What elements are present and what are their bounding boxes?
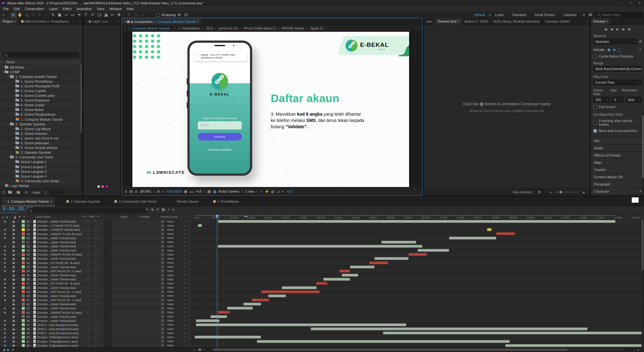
effects-switch-icon[interactable]: ∕ — [92, 315, 100, 318]
layer-name[interactable]: [Corpor...ft Background A.wav] — [37, 340, 85, 343]
label-color-chip[interactable] — [21, 323, 25, 327]
layer-track[interactable] — [192, 244, 644, 248]
timeline-layer-row[interactable]: ◀)›30[Azman ...INSERT PAGE 04.wav]○∕@Non… — [0, 252, 644, 256]
parent-link-dropdown[interactable]: None∨ — [166, 311, 187, 314]
label-color-chip[interactable] — [21, 224, 25, 228]
audio-toggle[interactable]: ◀) — [4, 328, 9, 330]
expand-arrow-icon[interactable]: › — [17, 294, 21, 297]
layer-name[interactable]: [Azman ...odule Tutorial.wav] — [37, 245, 85, 248]
breadcrumb-item[interactable]: SC3 — [206, 26, 213, 30]
timeline-layer-row[interactable]: ◀)›28[Azman ...odule Tutorial.wav]○∕@Non… — [0, 244, 644, 248]
quality-switch-icon[interactable]: ○ — [85, 233, 92, 235]
tab-overflow-chevron[interactable]: » — [584, 19, 590, 23]
layer-track[interactable] — [192, 273, 644, 277]
close-tab-icon[interactable]: × — [86, 20, 87, 23]
expand-arrow-icon[interactable]: › — [17, 245, 21, 248]
layer-name[interactable]: [Corpor...ft Background A.wav] — [37, 335, 85, 339]
breadcrumb-item[interactable]: 1. Pendaftaran — [179, 26, 200, 30]
mode-cell[interactable] — [104, 278, 111, 281]
layer-track[interactable] — [192, 265, 644, 269]
shape-tool[interactable]: ▭ — [69, 12, 76, 18]
fill-swatch[interactable] — [631, 197, 639, 203]
pink-swatch-icon[interactable] — [102, 185, 104, 188]
layer-duration-bar[interactable] — [418, 249, 449, 252]
expand-arrow-icon[interactable]: › — [17, 282, 21, 285]
resolution-dropdown[interactable]: Auto∨ — [626, 97, 641, 102]
timeline-layer-row[interactable]: ›35[Azman ...odule Tutorial.wav]○∕@None∨ — [0, 273, 644, 277]
expand-arrow-icon[interactable]: › — [17, 274, 21, 277]
effects-switch-icon[interactable]: ∕ — [92, 241, 100, 244]
timeline-scrollbar[interactable] — [641, 219, 644, 348]
parent-link-dropdown[interactable]: None∨ — [166, 335, 187, 339]
label-color-chip[interactable] — [21, 302, 25, 306]
quality-switch-icon[interactable]: ○ — [85, 332, 92, 334]
parent-pickwhip-icon[interactable]: @ — [161, 257, 164, 260]
audio-toggle[interactable]: ◀) — [4, 307, 9, 310]
project-tree-item[interactable]: Logo Ebekal — [0, 183, 80, 188]
transport-button[interactable]: ▶ — [617, 28, 619, 31]
lock-toggle[interactable] — [13, 224, 17, 227]
label-color-chip[interactable] — [21, 286, 25, 289]
parent-pickwhip-icon[interactable]: @ — [161, 249, 164, 252]
layer-track[interactable] — [192, 310, 644, 314]
lock-toggle[interactable] — [13, 253, 17, 256]
layer-duration-bar[interactable] — [218, 245, 422, 248]
twirl-arrow-icon[interactable]: › — [12, 104, 15, 107]
trkmat-column-header[interactable]: T TrkMat — [139, 215, 150, 218]
lock-toggle[interactable] — [13, 332, 17, 334]
parent-pickwhip-icon[interactable]: @ — [161, 332, 164, 335]
layer-duration-bar[interactable] — [243, 303, 261, 305]
snap-feature-icon[interactable]: ⊡ — [183, 12, 189, 18]
layer-name[interactable]: [Azman ...RT PAGE 02 - B.wav] — [37, 282, 85, 285]
layer-name[interactable]: [Azman ...odule Tutorial.wav] — [37, 286, 85, 289]
parent-pickwhip-icon[interactable]: @ — [161, 220, 164, 223]
effects-switch-icon[interactable]: ∕ — [92, 336, 100, 338]
effects-switch-icon[interactable]: ∕ — [92, 224, 100, 227]
effects-switch-icon[interactable]: ∕ — [92, 311, 100, 314]
quality-switch-icon[interactable]: ○ — [85, 323, 92, 326]
tab-effect-controls[interactable]: Effect Controls 1. Pendaftaran — [19, 18, 71, 25]
draft-3d-icon[interactable]: ◈ — [151, 207, 153, 212]
layer-track[interactable] — [192, 344, 644, 348]
layer-name[interactable]: [Azman ...RT PAGE 03 - B.wav] — [37, 261, 85, 265]
timeline-layer-row[interactable]: ◀)›43[Azman ...odule Tutorial.wav]○∕@Non… — [0, 306, 644, 310]
lock-toggle[interactable] — [13, 233, 17, 235]
lock-toggle[interactable] — [13, 274, 17, 277]
layer-name[interactable]: [Azman ...odule Tutorial.wav] — [37, 315, 85, 318]
timeline-layer-row[interactable]: ◀)›26[Azman ...odule Tutorial.wav]○∕@Non… — [0, 236, 644, 240]
layer-duration-bar[interactable] — [195, 336, 261, 338]
lock-toggle[interactable] — [13, 286, 17, 289]
pan-behind-tool[interactable]: ▱ — [63, 12, 69, 18]
parent-link-dropdown[interactable]: None∨ — [166, 224, 187, 228]
section-paragraph[interactable]: Paragraph — [591, 181, 644, 188]
parent-link-dropdown[interactable]: None∨ — [166, 315, 187, 318]
breadcrumb-item[interactable]: preScene 03 — [219, 26, 238, 30]
tab-composition[interactable]: × Composition 1. Company Module Tutorial… — [122, 18, 201, 25]
layer-duration-bar[interactable] — [196, 319, 219, 322]
parent-pickwhip-icon[interactable]: @ — [161, 299, 164, 302]
parent-pickwhip-icon[interactable]: @ — [161, 327, 164, 331]
quality-switch-icon[interactable]: ○ — [85, 220, 92, 223]
layer-name-column-header[interactable]: Layer Name — [35, 215, 51, 218]
layer-name[interactable]: [Azman ...odule Tutorial.wav] — [37, 319, 85, 322]
timeline-tab-3[interactable]: 3. Community User Sorter — [112, 196, 159, 206]
label-color-chip[interactable] — [21, 240, 25, 244]
twirl-arrow-icon[interactable]: › — [12, 90, 15, 92]
brush-tool[interactable]: ✐ — [89, 12, 96, 18]
effects-switch-icon[interactable]: ∕ — [92, 249, 100, 252]
twirl-arrow-icon[interactable]: › — [12, 137, 15, 140]
layer-duration-bar[interactable] — [316, 282, 327, 285]
project-tree-item[interactable]: ›Scene Langkah 1 — [0, 160, 80, 164]
layer-track[interactable] — [192, 223, 644, 228]
section-effects-presets[interactable]: Effects & Presets — [591, 152, 644, 159]
expand-arrow-icon[interactable]: › — [17, 278, 21, 281]
search-help-box[interactable] — [596, 12, 642, 17]
effects-switch-icon[interactable]: ∕ — [92, 228, 100, 231]
timeline-layer-row[interactable]: ›23[Azman ...e Tutorial TITLE.wav]○∕@Non… — [0, 223, 644, 228]
layer-name[interactable]: [Azman ...odule Tutorial.wav] — [37, 273, 85, 277]
layer-duration-bar[interactable] — [311, 327, 587, 330]
mode-cell[interactable] — [104, 269, 111, 273]
parent-pickwhip-icon[interactable]: @ — [161, 278, 164, 281]
parent-pickwhip-icon[interactable]: @ — [161, 344, 164, 347]
layer-track[interactable] — [192, 236, 644, 240]
